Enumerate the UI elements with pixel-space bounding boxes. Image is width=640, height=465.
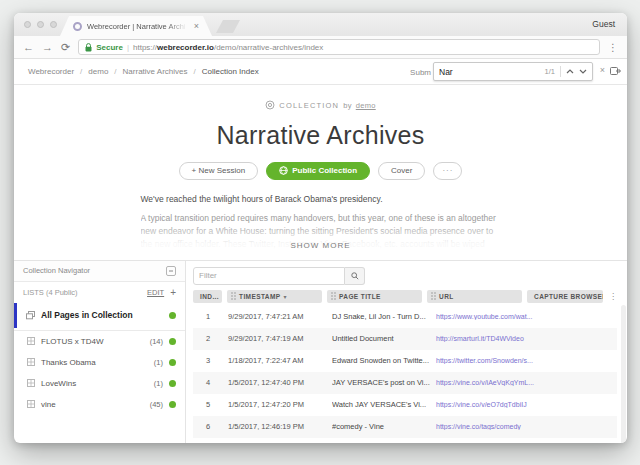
browser-tab[interactable]: Webrecorder | Narrative Archi × <box>60 16 212 36</box>
find-close-icon[interactable]: × <box>600 66 605 75</box>
cell-url-link[interactable]: https://twitter.com/Snowden/s... <box>436 357 535 364</box>
public-collection-button[interactable]: Public Collection <box>266 162 370 180</box>
edit-lists-link[interactable]: EDIT <box>147 288 164 297</box>
breadcrumb-separator: / <box>80 67 82 76</box>
padlock-icon <box>85 43 92 52</box>
webrecorder-favicon-icon <box>73 22 82 31</box>
lists-row: LISTS (4 Public) EDIT + <box>14 282 185 303</box>
cell-url-link[interactable]: https://vine.co/tags/comedy <box>436 423 535 430</box>
cell-url-link[interactable]: https://www.youtube.com/wat... <box>436 313 535 320</box>
description-lead: We've reached the twilight hours of Bara… <box>141 193 501 206</box>
zoom-window-button[interactable] <box>50 21 57 28</box>
close-window-button[interactable] <box>24 21 31 28</box>
column-label: PAGE TITLE <box>339 293 381 300</box>
column-index[interactable]: IND... <box>193 290 222 303</box>
all-pages-label: All Pages in Collection <box>41 310 164 320</box>
add-list-icon[interactable]: + <box>170 287 176 298</box>
cell-timestamp: 1/5/2017, 12:47:20 PM <box>228 400 327 409</box>
sidebar-item-thanks-obama[interactable]: Thanks Obama (1) <box>14 352 185 373</box>
minimize-window-button[interactable] <box>37 21 44 28</box>
popout-icon[interactable] <box>610 66 621 78</box>
breadcrumb-narrative-archives[interactable]: Narrative Archives <box>123 67 188 76</box>
cell-page-title: Watch JAY VERSACE's Vi... <box>332 400 431 409</box>
new-session-button[interactable]: + New Session <box>179 162 259 180</box>
table-row[interactable]: 61/5/2017, 12:46:19 PM#comedy - Vinehttp… <box>193 416 617 438</box>
cell-timestamp: 1/18/2017, 7:22:47 AM <box>228 356 327 365</box>
reload-icon[interactable]: ⟳ <box>61 42 70 53</box>
table-row[interactable]: 31/18/2017, 7:22:47 AMEdward Snowden on … <box>193 350 617 372</box>
cell-url-link[interactable]: https://vine.co/v/eO7dgTdbiIJ <box>436 401 535 408</box>
occluded-submit-label: Subm <box>410 68 431 77</box>
collection-label: COLLECTION <box>279 101 339 110</box>
sidebar-item-flotus[interactable]: FLOTUS x TD4W (14) <box>14 331 185 352</box>
sidebar-item-lovewins[interactable]: LoveWins (1) <box>14 373 185 394</box>
main-area: Collection Navigator LISTS (4 Public) ED… <box>14 260 627 444</box>
table-row[interactable]: 71/5/2017, 12:46:12 PMWatch JAY VERSACE'… <box>193 438 617 444</box>
filter-row <box>193 267 617 285</box>
collection-icon <box>265 100 275 110</box>
column-capture-browser[interactable]: CAPTURE BROWSER <box>527 290 603 303</box>
sidebar-title: Collection Navigator <box>23 266 90 275</box>
find-match-count: 1/1 <box>545 67 555 76</box>
browser-menu-icon[interactable]: ⋮ <box>608 42 618 53</box>
column-label: TIMESTAMP <box>239 293 280 300</box>
collection-actions: + New Session Public Collection Cover ··… <box>179 162 463 180</box>
column-options-icon[interactable]: ⋮ <box>609 292 617 301</box>
cell-url-link[interactable]: https://vine.co/v/iAeVqKgYmL... <box>436 379 535 386</box>
cover-button[interactable]: Cover <box>378 162 425 180</box>
show-more-button[interactable]: SHOW MORE <box>141 241 501 250</box>
column-page-title[interactable]: PAGE TITLE <box>327 290 422 303</box>
table-row[interactable]: 41/5/2017, 12:47:40 PMJAY VERSACE's post… <box>193 372 617 394</box>
cell-index: 2 <box>193 334 223 343</box>
list-item-count: (1) <box>154 358 163 367</box>
find-previous-icon[interactable] <box>566 69 574 74</box>
url-bar[interactable]: Secure | https://webrecorder.io/demo/nar… <box>78 39 600 55</box>
breadcrumb-webrecorder[interactable]: Webrecorder <box>28 67 74 76</box>
guest-profile-label[interactable]: Guest <box>592 19 615 29</box>
table-header-row: IND... TIMESTAMP▾ PAGE TITLE URL CAPTURE… <box>193 290 617 303</box>
find-query-input[interactable]: Nar <box>439 67 540 77</box>
cell-page-title: DJ Snake, Lil Jon - Turn D... <box>332 312 431 321</box>
sidebar-item-vine[interactable]: vine (45) <box>14 394 185 415</box>
table-row[interactable]: 29/29/2017, 7:47:19 AMUntitled Documenth… <box>193 328 617 350</box>
find-next-icon[interactable] <box>579 69 587 74</box>
tab-strip: Webrecorder | Narrative Archi × Guest <box>14 13 627 36</box>
column-label: URL <box>439 293 454 300</box>
table-scrollbar[interactable] <box>621 305 626 444</box>
sidebar-item-all-pages[interactable]: All Pages in Collection <box>14 303 185 328</box>
cell-url-link[interactable]: http://smarturl.it/TD4WVideo <box>436 335 535 342</box>
cell-index: 1 <box>193 312 223 321</box>
cell-timestamp: 1/5/2017, 12:46:19 PM <box>228 422 327 431</box>
table-body: 19/29/2017, 7:47:21 AMDJ Snake, Lil Jon … <box>193 306 617 444</box>
back-icon[interactable]: ← <box>23 42 34 53</box>
tab-close-icon[interactable]: × <box>194 22 199 31</box>
table-row[interactable]: 51/5/2017, 12:47:20 PMWatch JAY VERSACE'… <box>193 394 617 416</box>
collapse-sidebar-icon[interactable] <box>166 266 176 276</box>
pages-table-area: IND... TIMESTAMP▾ PAGE TITLE URL CAPTURE… <box>186 261 627 444</box>
by-label: by <box>343 101 352 110</box>
table-row[interactable]: 19/29/2017, 7:47:21 AMDJ Snake, Lil Jon … <box>193 306 617 328</box>
find-in-page-bar[interactable]: Nar 1/1 <box>433 62 593 81</box>
breadcrumb-demo[interactable]: demo <box>88 67 108 76</box>
sidebar-header: Collection Navigator <box>14 261 185 282</box>
secure-label: Secure <box>96 43 123 52</box>
list-icon <box>27 400 35 408</box>
public-status-dot <box>169 359 176 366</box>
cell-timestamp: 9/29/2017, 7:47:19 AM <box>228 334 327 343</box>
forward-icon[interactable]: → <box>42 42 53 53</box>
url-separator: | <box>127 43 129 52</box>
new-tab-button[interactable] <box>216 20 240 33</box>
column-timestamp[interactable]: TIMESTAMP▾ <box>227 290 322 303</box>
cell-timestamp: 1/5/2017, 12:47:40 PM <box>228 378 327 387</box>
column-url[interactable]: URL <box>427 290 522 303</box>
breadcrumb-separator: / <box>114 67 116 76</box>
public-status-dot <box>169 401 176 408</box>
breadcrumb-separator: / <box>194 67 196 76</box>
owner-link[interactable]: demo <box>356 101 376 110</box>
cell-page-title: Edward Snowden on Twitte... <box>332 356 431 365</box>
list-icon <box>27 337 35 345</box>
filter-input[interactable] <box>193 267 345 285</box>
url-text: https://webrecorder.io/demo/narrative-ar… <box>133 43 323 52</box>
more-actions-button[interactable]: ··· <box>433 162 462 180</box>
filter-search-button[interactable] <box>345 267 365 285</box>
